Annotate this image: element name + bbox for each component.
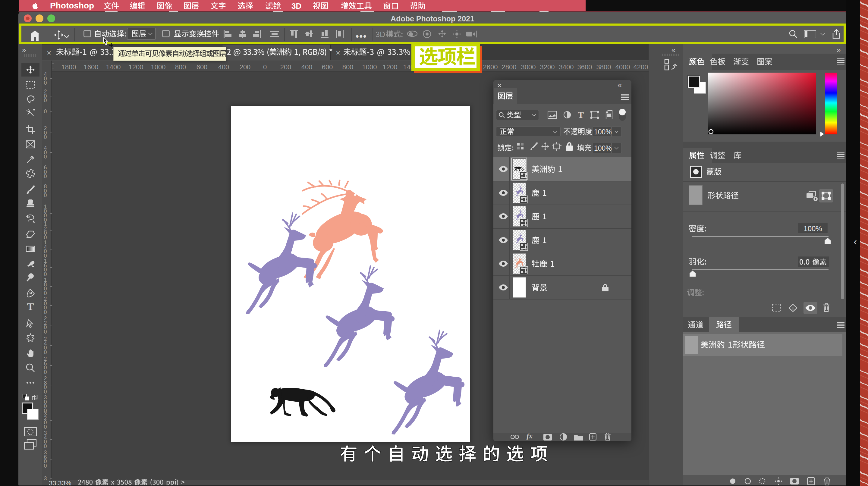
svg-text:T: T [27, 302, 34, 311]
